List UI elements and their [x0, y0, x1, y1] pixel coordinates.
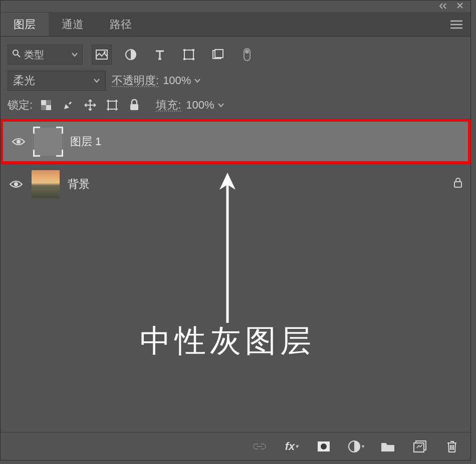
svg-rect-8	[192, 58, 194, 60]
svg-rect-16	[41, 105, 46, 110]
panel-topbar	[1, 1, 470, 13]
fx-icon[interactable]: fx▾	[283, 438, 300, 455]
pixel-layer-filter-icon[interactable]	[92, 45, 112, 65]
new-layer-icon[interactable]	[411, 438, 428, 455]
svg-point-20	[14, 182, 18, 186]
link-icon[interactable]	[251, 438, 268, 455]
annotation-text: 中性灰图层	[140, 320, 315, 362]
svg-point-0	[13, 50, 18, 55]
chevron-down-icon	[71, 51, 78, 59]
fill-value: 100%	[186, 99, 214, 112]
mask-icon[interactable]	[315, 438, 332, 455]
tab-paths[interactable]: 路径	[97, 13, 145, 36]
svg-point-12	[245, 50, 249, 54]
svg-rect-4	[184, 50, 193, 59]
blend-mode-combo[interactable]: 柔光	[8, 71, 106, 91]
collapse-icon[interactable]	[438, 2, 447, 11]
svg-rect-5	[183, 49, 185, 51]
svg-rect-21	[454, 182, 461, 187]
opacity-label[interactable]: 不透明度:	[112, 73, 159, 88]
type-layer-filter-icon[interactable]	[150, 45, 170, 65]
tab-label: 图层	[14, 17, 36, 32]
opacity-value-field[interactable]: 100%	[163, 74, 201, 87]
svg-point-23	[321, 443, 327, 449]
fill-label[interactable]: 填充:	[156, 98, 181, 113]
svg-rect-6	[192, 49, 194, 51]
filter-row: 类型	[8, 42, 463, 68]
visibility-toggle-icon[interactable]	[9, 180, 24, 189]
lock-position-icon[interactable]	[82, 97, 99, 114]
annotation-highlight: 图层 1	[1, 119, 470, 164]
panel-tabs: 图层 通道 路径	[1, 13, 470, 37]
filter-type-label: 类型	[24, 48, 44, 62]
lock-artboard-icon[interactable]	[104, 97, 121, 114]
adjustment-layer-filter-icon[interactable]	[121, 45, 141, 65]
blend-row: 柔光 不透明度: 100%	[8, 68, 463, 94]
lock-icon	[453, 177, 462, 191]
layer-row[interactable]: 背景	[1, 164, 470, 204]
blend-mode-value: 柔光	[13, 73, 35, 88]
fill-value-field[interactable]: 100%	[186, 99, 224, 112]
svg-rect-7	[183, 58, 185, 60]
chevron-down-icon	[93, 77, 100, 85]
svg-point-19	[17, 140, 21, 144]
tab-layers[interactable]: 图层	[1, 13, 49, 36]
layer-thumbnail[interactable]	[32, 170, 60, 198]
smart-object-filter-icon[interactable]	[208, 45, 228, 65]
layer-row[interactable]: 图层 1	[3, 121, 468, 161]
svg-rect-17	[108, 101, 116, 109]
panel-body: 类型	[1, 37, 470, 204]
layer-thumbnail[interactable]	[34, 128, 62, 156]
search-icon	[12, 49, 21, 61]
svg-rect-25	[414, 443, 424, 452]
filter-toggle-icon[interactable]	[237, 45, 257, 65]
lock-transparency-icon[interactable]	[38, 97, 55, 114]
chevron-down-icon	[217, 101, 224, 109]
lock-pixels-icon[interactable]	[60, 97, 77, 114]
shape-layer-filter-icon[interactable]	[179, 45, 199, 65]
panel-footer: fx▾ ▾	[1, 432, 470, 460]
filter-type-combo[interactable]: 类型	[8, 45, 83, 65]
svg-rect-15	[46, 100, 51, 105]
tab-label: 路径	[110, 17, 132, 32]
tab-label: 通道	[62, 17, 84, 32]
svg-point-2	[104, 51, 106, 53]
layer-name[interactable]: 图层 1	[70, 134, 101, 149]
lock-label: 锁定:	[8, 98, 33, 113]
svg-rect-10	[215, 50, 223, 58]
layers-panel: 图层 通道 路径 类型	[0, 0, 471, 460]
opacity-value: 100%	[163, 74, 191, 87]
adjustment-icon[interactable]: ▾	[347, 438, 364, 455]
tab-channels[interactable]: 通道	[49, 13, 97, 36]
trash-icon[interactable]	[443, 438, 460, 455]
panel-menu-icon[interactable]	[449, 20, 463, 30]
layers-list: 图层 1 背景	[1, 119, 470, 204]
svg-rect-18	[130, 104, 138, 110]
close-icon[interactable]	[456, 2, 463, 11]
svg-rect-13	[41, 100, 46, 105]
lock-row: 锁定: 填充: 100%	[8, 94, 463, 117]
chevron-down-icon	[194, 77, 201, 85]
lock-all-icon[interactable]	[126, 97, 143, 114]
visibility-toggle-icon[interactable]	[11, 137, 26, 146]
svg-rect-14	[46, 105, 51, 110]
group-icon[interactable]	[379, 438, 396, 455]
layer-name[interactable]: 背景	[68, 177, 90, 192]
